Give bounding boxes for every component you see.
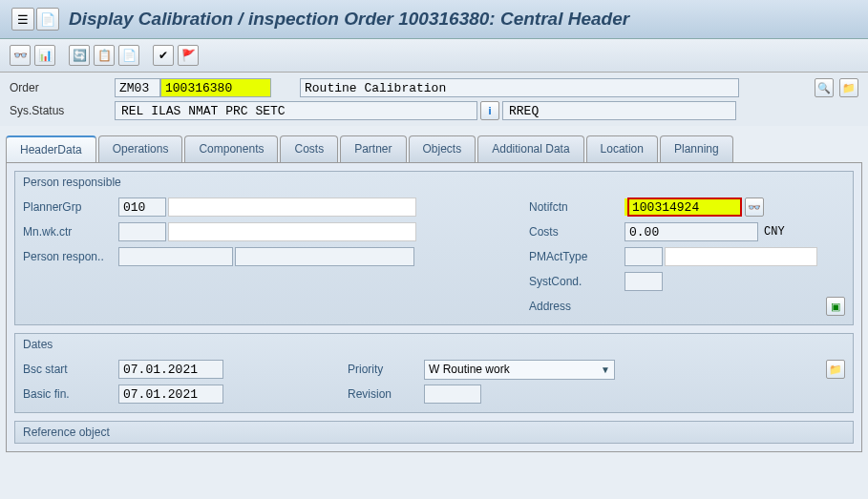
pmact-field[interactable]	[625, 247, 663, 266]
costs-label: Costs	[529, 225, 625, 239]
systcond-label: SystCond.	[529, 275, 625, 288]
revision-field[interactable]	[424, 385, 481, 404]
tab-partner[interactable]: Partner	[340, 135, 406, 162]
group-person-responsible: Person responsible PlannerGrp Mn.wk.ctr …	[14, 171, 854, 325]
mnwkctr-label: Mn.wk.ctr	[23, 225, 118, 239]
revision-label: Revision	[348, 387, 424, 401]
tab-objects[interactable]: Objects	[409, 135, 476, 162]
basicfin-field[interactable]	[118, 385, 223, 404]
priority-label: Priority	[348, 363, 424, 376]
personresp-label: Person respon..	[23, 250, 118, 263]
costs-currency: CNY	[764, 225, 785, 239]
search-log-icon[interactable]: 🔍	[815, 78, 834, 97]
personresp-desc-field[interactable]	[235, 247, 414, 266]
status2-field	[502, 101, 736, 120]
tab-costs[interactable]: Costs	[280, 135, 338, 162]
plannergrp-label: PlannerGrp	[23, 200, 118, 214]
pmact-desc-redacted	[665, 247, 817, 266]
mnwkctr-desc-redacted	[168, 222, 416, 241]
systcond-field[interactable]	[625, 272, 663, 291]
plannergrp-field[interactable]	[118, 198, 166, 217]
group-title-dates: Dates	[15, 334, 853, 355]
group-reference-object: Reference object	[14, 421, 854, 444]
tb-flag-icon[interactable]: 🚩	[178, 45, 199, 66]
toolbar: 👓 📊 🔄 📋 📄 ✔ 🚩	[0, 39, 868, 73]
mnwkctr-field[interactable]	[118, 222, 166, 241]
order-label: Order	[10, 81, 115, 94]
address-label: Address	[529, 300, 625, 313]
tb-refresh-icon[interactable]: 🔄	[69, 45, 90, 66]
address-create-icon[interactable]: ▣	[826, 297, 845, 316]
bscstart-field[interactable]	[118, 360, 223, 379]
tab-headerdata[interactable]: HeaderData	[6, 135, 96, 162]
tb-check-icon[interactable]: ✔	[153, 45, 174, 66]
dates-folder-icon[interactable]: 📁	[826, 360, 845, 379]
order-type-field[interactable]	[115, 78, 160, 97]
doc-icon[interactable]: 📄	[36, 8, 59, 31]
tb-graph-icon[interactable]: 📊	[34, 45, 55, 66]
group-title-person: Person responsible	[15, 172, 853, 193]
group-title-refobj: Reference object	[15, 422, 853, 443]
pmact-label: PMActType	[529, 250, 625, 263]
plannergrp-desc-redacted	[168, 198, 416, 217]
tb-doc-icon[interactable]: 📄	[118, 45, 139, 66]
glasses-icon[interactable]: 👓	[745, 198, 764, 217]
notif-field[interactable]	[627, 198, 742, 217]
costs-field	[625, 222, 758, 241]
tab-additional[interactable]: Additional Data	[477, 135, 583, 162]
status1-field: REL ILAS NMAT PRC SETC	[115, 101, 477, 120]
folder-icon[interactable]: 📁	[839, 78, 858, 97]
order-desc-field[interactable]	[300, 78, 739, 97]
group-dates: Dates Bsc start Basic fin. Priority W Ro…	[14, 333, 854, 413]
bscstart-label: Bsc start	[23, 363, 118, 376]
tab-components[interactable]: Components	[184, 135, 278, 162]
tab-location[interactable]: Location	[586, 135, 658, 162]
tb-display-icon[interactable]: 👓	[10, 45, 31, 66]
order-number-field[interactable]	[160, 78, 271, 97]
tab-strip: HeaderData Operations Components Costs P…	[0, 126, 868, 162]
priority-select[interactable]: W Routine work ▼	[424, 360, 615, 380]
notif-label: Notifctn	[529, 200, 625, 214]
tab-planning[interactable]: Planning	[660, 135, 733, 162]
status-label: Sys.Status	[10, 104, 115, 117]
tab-operations[interactable]: Operations	[98, 135, 183, 162]
menu-icon[interactable]: ☰	[11, 8, 34, 31]
info-icon[interactable]: i	[480, 101, 499, 120]
chevron-down-icon: ▼	[601, 364, 610, 375]
personresp-field[interactable]	[118, 247, 233, 266]
page-title: Display Calibration / inspection Order 1…	[69, 9, 629, 30]
priority-value: W Routine work	[429, 363, 510, 376]
tb-copy-icon[interactable]: 📋	[94, 45, 115, 66]
basicfin-label: Basic fin.	[23, 387, 118, 401]
